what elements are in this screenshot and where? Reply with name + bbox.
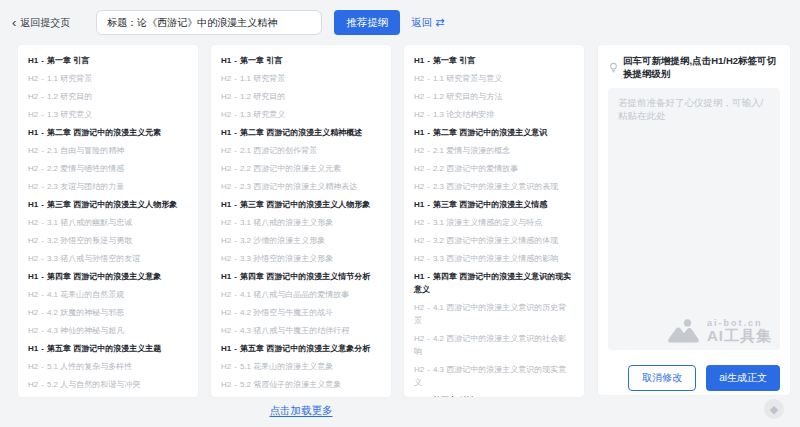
outline-item[interactable]: H2-5.2 紫霞仙子的浪漫主义意象 xyxy=(221,378,381,391)
outline-item[interactable]: H1-第一章 引言 xyxy=(221,54,381,67)
level-tag[interactable]: H2 xyxy=(414,74,424,83)
level-tag[interactable]: H2 xyxy=(414,92,424,101)
outline-item[interactable]: H1-第五章 西游记中的浪漫主义意象分析 xyxy=(221,342,381,355)
outline-item[interactable]: H2-3.1 猪八戒的幽默与忠诚 xyxy=(28,216,188,229)
level-tag[interactable]: H1 xyxy=(221,272,231,281)
outline-item[interactable]: H2-5.1 人性的复杂与多样性 xyxy=(28,360,188,373)
outline-item[interactable]: H2-1.2 研究目的与方法 xyxy=(414,90,574,103)
outline-item[interactable]: H1-第二章 西游记的浪漫主义精神概述 xyxy=(221,126,381,139)
level-tag[interactable]: H2 xyxy=(414,182,424,191)
level-tag[interactable]: H2 xyxy=(28,308,38,317)
outline-item[interactable]: H2-3.3 猪八戒与孙悟空的友谊 xyxy=(28,252,188,265)
outline-item[interactable]: H2-2.3 西游记中的浪漫主义意识的表现 xyxy=(414,180,574,193)
outline-item[interactable]: H1-第四章 西游记中的浪漫主义情节分析 xyxy=(221,270,381,283)
recommend-outline-button[interactable]: 推荐提纲 xyxy=(334,10,400,35)
level-tag[interactable]: H1 xyxy=(28,344,38,353)
load-more-link[interactable]: 点击加载更多 xyxy=(270,404,333,416)
level-tag[interactable]: H2 xyxy=(28,254,38,263)
back-to-submit-link[interactable]: ‹ 返回提交页 xyxy=(12,16,70,30)
outline-item[interactable]: H1-第四章 西游记中的浪漫主义意识的现实意义 xyxy=(414,270,574,296)
level-tag[interactable]: H2 xyxy=(221,218,231,227)
outline-item[interactable]: H2-4.2 西游记中的浪漫主义意识的社会影响 xyxy=(414,332,574,358)
outline-item[interactable]: H1-第五章 西游记中的浪漫主义主题 xyxy=(28,342,188,355)
level-tag[interactable]: H2 xyxy=(28,236,38,245)
title-input[interactable] xyxy=(96,10,322,35)
outline-item[interactable]: H2-1.3 研究意义 xyxy=(28,108,188,121)
outline-item[interactable]: H2-4.1 西游记中的浪漫主义意识的历史背景 xyxy=(414,301,574,327)
outline-item[interactable]: H2-2.1 爱情与浪漫的概念 xyxy=(414,144,574,157)
outline-item[interactable]: H1-第三章 西游记中的浪漫主义人物形象 xyxy=(221,198,381,211)
outline-item[interactable]: H2-2.3 友谊与团结的力量 xyxy=(28,180,188,193)
level-tag[interactable]: H2 xyxy=(28,218,38,227)
level-tag[interactable]: H2 xyxy=(28,380,38,389)
outline-item[interactable]: H1-第三章 西游记中的浪漫主义情感 xyxy=(414,198,574,211)
outline-item[interactable]: H2-2.1 西游记的创作背景 xyxy=(221,144,381,157)
level-tag[interactable]: H2 xyxy=(28,110,38,119)
level-tag[interactable]: H2 xyxy=(414,254,424,263)
outline-item[interactable]: H2-1.3 研究意义 xyxy=(221,108,381,121)
level-tag[interactable]: H2 xyxy=(221,254,231,263)
level-tag[interactable]: H2 xyxy=(414,365,424,374)
outline-item[interactable]: H2-1.2 研究目的 xyxy=(28,90,188,103)
level-tag[interactable]: H2 xyxy=(414,110,424,119)
level-tag[interactable]: H2 xyxy=(28,362,38,371)
level-tag[interactable]: H2 xyxy=(414,218,424,227)
cancel-edit-button[interactable]: 取消修改 xyxy=(628,365,696,391)
level-tag[interactable]: H1 xyxy=(221,344,231,353)
level-tag[interactable]: H1 xyxy=(414,200,424,209)
level-tag[interactable]: H2 xyxy=(221,182,231,191)
level-tag[interactable]: H2 xyxy=(414,146,424,155)
level-tag[interactable]: H2 xyxy=(28,146,38,155)
level-tag[interactable]: H1 xyxy=(28,56,38,65)
level-tag[interactable]: H2 xyxy=(414,303,424,312)
level-tag[interactable]: H2 xyxy=(414,334,424,343)
level-tag[interactable]: H2 xyxy=(28,290,38,299)
outline-item[interactable]: H2-3.1 浪漫主义情感的定义与特点 xyxy=(414,216,574,229)
outline-item[interactable]: H2-4.1 猪八戒与白晶晶的爱情故事 xyxy=(221,288,381,301)
level-tag[interactable]: H2 xyxy=(221,146,231,155)
floating-widget-button[interactable]: ◆ xyxy=(764,399,784,419)
level-tag[interactable]: H2 xyxy=(28,92,38,101)
level-tag[interactable]: H2 xyxy=(28,164,38,173)
level-tag[interactable]: H2 xyxy=(221,92,231,101)
outline-item[interactable]: H1-第三章 西游记中的浪漫主义人物形象 xyxy=(28,198,188,211)
level-tag[interactable]: H1 xyxy=(221,200,231,209)
generate-body-button[interactable]: ai生成正文 xyxy=(706,365,780,391)
outline-item[interactable]: H2-1.2 研究目的 xyxy=(221,90,381,103)
outline-item[interactable]: H2-4.1 花果山的自然景观 xyxy=(28,288,188,301)
level-tag[interactable]: H2 xyxy=(221,164,231,173)
outline-item[interactable]: H2-3.3 西游记中的浪漫主义情感的影响 xyxy=(414,252,574,265)
level-tag[interactable]: H2 xyxy=(221,380,231,389)
outline-item[interactable]: H2-4.3 神仙的神秘与超凡 xyxy=(28,324,188,337)
outline-item[interactable]: H1-第二章 西游记中的浪漫主义意识 xyxy=(414,126,574,139)
level-tag[interactable]: H1 xyxy=(221,128,231,137)
outline-item[interactable]: H2-3.1 猪八戒的浪漫主义形象 xyxy=(221,216,381,229)
level-tag[interactable]: H2 xyxy=(221,362,231,371)
level-tag[interactable]: H1 xyxy=(221,56,231,65)
outline-item[interactable]: H1-第四章 西游记中的浪漫主义意象 xyxy=(28,270,188,283)
level-tag[interactable]: H1 xyxy=(28,200,38,209)
level-tag[interactable]: H2 xyxy=(28,182,38,191)
level-tag[interactable]: H1 xyxy=(28,128,38,137)
level-tag[interactable]: H1 xyxy=(414,128,424,137)
level-tag[interactable]: H1 xyxy=(414,396,424,397)
outline-item[interactable]: H2-2.1 自由与冒险的精神 xyxy=(28,144,188,157)
outline-item[interactable]: H2-1.1 研究背景与意义 xyxy=(414,72,574,85)
outline-item[interactable]: H2-2.2 西游记中的爱情故事 xyxy=(414,162,574,175)
level-tag[interactable]: H1 xyxy=(28,272,38,281)
return-link[interactable]: 返回 ⇄ xyxy=(411,16,444,30)
outline-item[interactable]: H2-4.3 西游记中的浪漫主义意识的现实意义 xyxy=(414,363,574,389)
outline-item[interactable]: H1-第一章 引言 xyxy=(28,54,188,67)
outline-item[interactable]: H2-1.3 论文结构安排 xyxy=(414,108,574,121)
outline-item[interactable]: H2-3.3 孙悟空的浪漫主义形象 xyxy=(221,252,381,265)
outline-item[interactable]: H2-2.2 西游记中的浪漫主义元素 xyxy=(221,162,381,175)
outline-item[interactable]: H2-1.1 研究背景 xyxy=(221,72,381,85)
outline-item[interactable]: H2-3.2 孙悟空的叛逆与勇敢 xyxy=(28,234,188,247)
level-tag[interactable]: H2 xyxy=(221,326,231,335)
outline-item[interactable]: H2-5.2 人与自然的和谐与冲突 xyxy=(28,378,188,391)
level-tag[interactable]: H2 xyxy=(28,74,38,83)
outline-item[interactable]: H1-第二章 西游记中的浪漫主义元素 xyxy=(28,126,188,139)
outline-item[interactable]: H1-第一章 引言 xyxy=(414,54,574,67)
level-tag[interactable]: H2 xyxy=(28,326,38,335)
outline-item[interactable]: H2-1.1 研究背景 xyxy=(28,72,188,85)
